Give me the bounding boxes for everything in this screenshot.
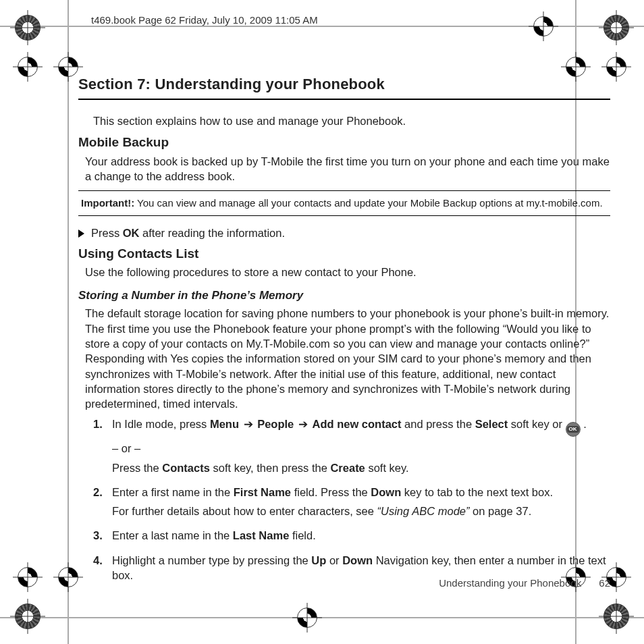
storing-body: The default storage location for saving … (85, 306, 610, 411)
registration-dot-icon (18, 567, 38, 587)
crop-mark-bottom (0, 617, 644, 618)
step-1-alt: Press the Contacts soft key, then press … (112, 460, 610, 475)
step-1: In Idle mode, press Menu ➔ People ➔ Add … (93, 417, 610, 475)
alternative-separator: – or – (112, 441, 610, 456)
heading-storing-number: Storing a Number in the Phone’s Memory (78, 288, 610, 304)
step-2-note: For further details about how to enter c… (112, 504, 610, 518)
heading-using-contacts: Using Contacts List (78, 245, 610, 263)
text: Press (91, 227, 123, 239)
key-ok: OK (123, 227, 140, 239)
registration-dot-icon (297, 608, 317, 628)
section-intro: This section explains how to use and man… (78, 113, 610, 128)
xref-using-abc-mode: “Using ABC mode” (377, 505, 470, 517)
registration-dot-icon (58, 57, 78, 77)
registration-mark-icon (15, 603, 41, 629)
procedure-steps: In Idle mode, press Menu ➔ People ➔ Add … (93, 417, 610, 583)
contacts-intro: Use the following procedures to store a … (85, 265, 610, 279)
bullet-triangle-icon (78, 230, 84, 238)
action-press-ok: Press OK after reading the information. (78, 225, 610, 240)
important-label: Important!: (81, 197, 134, 209)
registration-mark-icon (603, 603, 629, 629)
text: after reading the information. (140, 227, 286, 239)
section-heading: Section 7: Understanding your Phonebook (78, 74, 610, 100)
heading-mobile-backup: Mobile Backup (78, 134, 610, 151)
page-content: Section 7: Understanding your Phonebook … (78, 74, 610, 590)
footer-chapter-title: Understanding your Phonebook (439, 577, 581, 589)
mobile-backup-body: Your address book is backed up by T-Mobi… (85, 154, 610, 184)
important-text: You can view and manage all your contact… (134, 197, 602, 209)
page-footer: Understanding your Phonebook 62 (439, 576, 610, 590)
registration-mark-icon (15, 15, 41, 41)
registration-mark-icon (603, 15, 629, 41)
registration-dot-icon (533, 16, 554, 36)
important-note: Important!: You can view and manage all … (78, 190, 610, 216)
registration-dot-icon (58, 567, 78, 587)
footer-page-number: 62 (599, 577, 610, 589)
crop-mark-left (68, 0, 69, 644)
step-3: Enter a last name in the Last Name field… (93, 528, 610, 543)
framemaker-header: t469.book Page 62 Friday, July 10, 2009 … (91, 14, 318, 27)
ok-key-icon: OK (566, 422, 581, 437)
step-2: Enter a first name in the First Name fie… (93, 485, 610, 519)
registration-dot-icon (18, 57, 38, 77)
